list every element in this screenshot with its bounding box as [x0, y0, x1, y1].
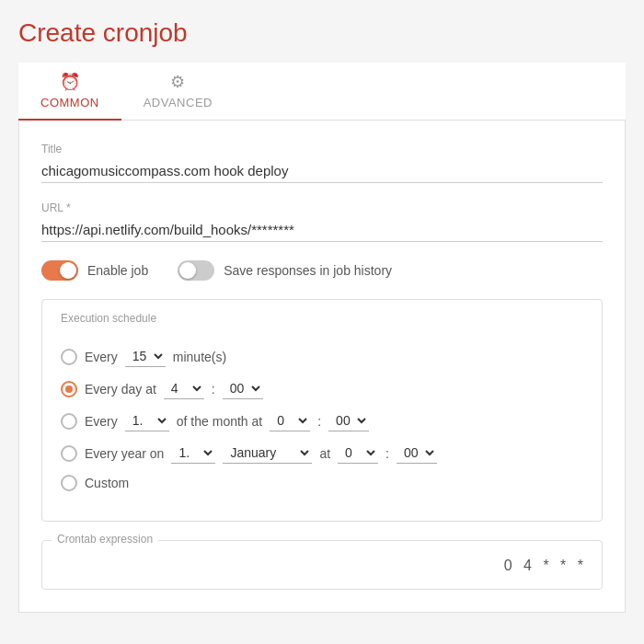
radio-every-year[interactable] [61, 445, 77, 462]
save-responses-slider [178, 260, 214, 281]
schedule-row-custom: Custom [61, 475, 583, 491]
tab-advanced-label: ADVANCED [144, 96, 213, 109]
year-month-select[interactable]: January February March April May June Ju… [223, 443, 312, 464]
crontab-section: Crontab expression 0 4 * * * [41, 540, 603, 590]
enable-job-toggle-group: Enable job [41, 260, 148, 281]
enable-job-knob [60, 262, 76, 279]
crontab-legend: Crontab expression [52, 533, 158, 546]
enable-job-slider [41, 260, 78, 281]
every-month-mid: of the month at [177, 414, 262, 429]
tab-bar: ⏰ COMMON ⚙ ADVANCED [18, 63, 626, 121]
schedule-row-year: Every year on 1. 2. 15. January February… [61, 443, 583, 464]
month-colon: : [317, 414, 321, 429]
radio-every-day-inner [65, 385, 73, 393]
crontab-value: 0 4 * * * [57, 550, 587, 574]
title-field: Title [41, 143, 603, 183]
toggles-row: Enable job Save responses in job history [41, 260, 603, 281]
main-content: Title URL * Enable job Save responses in… [18, 121, 626, 613]
year-colon: : [385, 446, 389, 461]
day-colon: : [212, 382, 215, 397]
save-responses-toggle[interactable] [178, 260, 214, 281]
url-label: URL * [41, 201, 603, 214]
url-input[interactable] [41, 218, 603, 242]
enable-job-toggle[interactable] [41, 260, 78, 281]
every-minutes-suffix: minute(s) [173, 350, 226, 364]
custom-text: Custom [85, 476, 129, 490]
every-year-text: Every year on [85, 446, 164, 461]
every-month-prefix: Every [85, 414, 118, 429]
day-minute-select[interactable]: 00 15 30 45 [223, 378, 263, 399]
tab-common[interactable]: ⏰ COMMON [18, 63, 121, 121]
radio-custom[interactable] [61, 475, 77, 491]
sliders-icon: ⚙ [170, 72, 186, 92]
enable-job-label: Enable job [87, 263, 148, 278]
day-hour-select[interactable]: 4 0 1 2 3 5 12 [164, 378, 204, 399]
schedule-row-month: Every 1. 2. 15. 28. of the month at 0 4 … [61, 410, 583, 431]
minutes-select[interactable]: 15 1 5 10 30 [125, 346, 166, 367]
tab-advanced[interactable]: ⚙ ADVANCED [121, 63, 235, 121]
page-title: Create cronjob [18, 18, 626, 48]
save-responses-knob [179, 262, 196, 279]
month-minute-select[interactable]: 00 15 30 [328, 410, 369, 431]
save-responses-label: Save responses in job history [224, 263, 392, 278]
year-day-select[interactable]: 1. 2. 15. [171, 443, 215, 464]
url-field: URL * [41, 201, 603, 242]
year-at-text: at [319, 446, 330, 461]
radio-every-minutes[interactable] [61, 349, 77, 365]
month-day-select[interactable]: 1. 2. 15. 28. [125, 410, 169, 431]
title-label: Title [41, 143, 603, 155]
tab-common-label: COMMON [40, 96, 99, 109]
schedule-legend: Execution schedule [55, 312, 162, 325]
title-input[interactable] [41, 159, 603, 183]
every-day-text: Every day at [85, 382, 156, 397]
year-minute-select[interactable]: 00 15 30 [397, 443, 437, 464]
month-hour-select[interactable]: 0 4 12 [270, 410, 310, 431]
every-minutes-prefix: Every [85, 350, 118, 364]
year-hour-select[interactable]: 0 4 12 [338, 443, 378, 464]
schedule-row-day: Every day at 4 0 1 2 3 5 12 : 00 15 30 4… [61, 378, 583, 399]
radio-every-month[interactable] [61, 413, 77, 430]
save-responses-toggle-group: Save responses in job history [178, 260, 392, 281]
clock-icon: ⏰ [60, 72, 81, 92]
radio-every-day[interactable] [61, 381, 77, 397]
schedule-row-minutes: Every 15 1 5 10 30 minute(s) [61, 346, 583, 367]
schedule-section: Execution schedule Every 15 1 5 10 30 mi… [41, 299, 603, 522]
